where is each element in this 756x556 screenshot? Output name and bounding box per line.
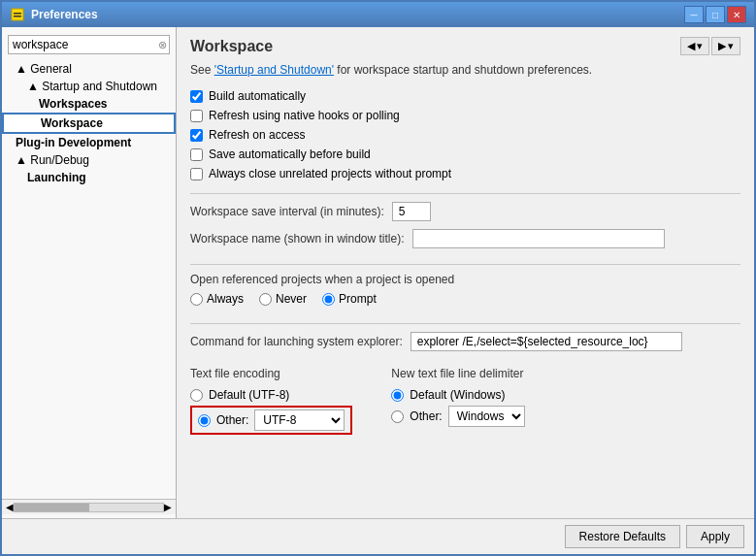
radio-never[interactable] [259,293,272,306]
refresh-native-label: Refresh using native hooks or polling [209,109,400,122]
open-referenced-radios: Always Never Prompt [190,292,740,306]
search-input[interactable] [13,38,158,51]
bottom-bar: Restore Defaults Apply [2,518,754,554]
radio-never-row: Never [259,292,307,306]
scrollbar-track[interactable] [14,503,164,512]
search-clear-icon[interactable]: ⊗ [158,39,167,51]
title-bar: Preferences ─ □ ✕ [2,2,754,27]
build-auto-label: Build automatically [209,89,306,103]
sidebar-item-run-debug[interactable]: ▲ Run/Debug [2,151,176,169]
description: See 'Startup and Shutdown' for workspace… [190,63,740,77]
encoding-other-row: Other: UTF-8 UTF-16 ISO-8859-1 US-ASCII [190,406,352,435]
back-icon: ◀ [687,40,695,52]
delimiter-default-label: Default (Windows) [410,388,505,402]
restore-button[interactable]: □ [706,6,725,23]
build-auto-checkbox[interactable] [190,90,203,103]
checkbox-build-auto: Build automatically [190,88,740,104]
window-title: Preferences [31,8,98,21]
preferences-window: Preferences ─ □ ✕ ⊗ ▲ General ▲ Startup … [0,0,756,556]
svg-rect-2 [14,16,21,17]
main-header: Workspace ◀ ▾ ▶ ▾ [190,37,740,55]
restore-defaults-button[interactable]: Restore Defaults [565,525,680,548]
command-row: Command for launching system explorer: [190,332,740,351]
refresh-access-label: Refresh on access [209,128,305,142]
encoding-default-radio[interactable] [190,389,203,402]
sidebar-item-workspace[interactable]: Workspace [2,113,176,134]
radio-never-label: Never [276,292,307,306]
back-button[interactable]: ◀ ▾ [680,37,709,55]
workspace-name-row: Workspace name (shown in window title): [190,229,740,248]
delimiter-other-radio[interactable] [391,410,404,423]
tree-container: ▲ General ▲ Startup and Shutdown Workspa… [2,60,176,499]
command-input[interactable] [411,332,682,351]
text-encoding-title: Text file encoding [190,367,352,380]
save-before-build-checkbox[interactable] [190,148,203,161]
sidebar-item-plugin-dev[interactable]: Plug-in Development [2,134,176,151]
close-unrelated-label: Always close unrelated projects without … [209,167,451,180]
delimiter-other-row: Other: Windows Unix Mac [391,406,524,427]
radio-prompt-label: Prompt [339,292,377,306]
back-dropdown-icon: ▾ [697,40,703,52]
radio-prompt-row: Prompt [322,292,377,306]
checkbox-refresh-access: Refresh on access [190,127,740,143]
encoding-section: Text file encoding Default (UTF-8) Other… [190,367,740,435]
refresh-native-checkbox[interactable] [190,110,203,122]
forward-dropdown-icon: ▾ [728,40,734,52]
radio-always[interactable] [190,293,203,306]
title-controls: ─ □ ✕ [684,6,746,23]
scroll-left-icon[interactable]: ◀ [6,502,14,512]
save-interval-label: Workspace save interval (in minutes): [190,205,384,218]
close-unrelated-checkbox[interactable] [190,168,203,180]
sidebar-item-workspaces[interactable]: Workspaces [2,95,176,113]
svg-rect-0 [12,9,23,20]
refresh-access-checkbox[interactable] [190,129,203,142]
save-before-build-label: Save automatically before build [209,147,371,161]
expand-arrow: ▲ [16,62,27,76]
radio-always-row: Always [190,292,244,306]
radio-always-label: Always [207,292,244,306]
title-bar-left: Preferences [10,7,98,22]
line-delimiter-group: New text file line delimiter Default (Wi… [391,367,524,435]
close-button[interactable]: ✕ [727,6,746,23]
text-encoding-group: Text file encoding Default (UTF-8) Other… [190,367,352,435]
encoding-other-select[interactable]: UTF-8 UTF-16 ISO-8859-1 US-ASCII [254,409,345,431]
main-content: ⊗ ▲ General ▲ Startup and Shutdown Works… [2,27,754,518]
svg-rect-1 [14,13,21,15]
scroll-right-icon[interactable]: ▶ [164,502,172,512]
separator2 [190,264,740,265]
sidebar-item-launching[interactable]: Launching [2,169,176,186]
checkbox-refresh-native: Refresh using native hooks or polling [190,108,740,123]
checkboxes-section: Build automatically Refresh using native… [190,88,740,185]
scrollbar-thumb [15,504,89,511]
command-label: Command for launching system explorer: [190,335,403,348]
encoding-other-label: Other: [216,413,248,427]
apply-button[interactable]: Apply [686,525,744,548]
save-interval-input[interactable] [392,202,431,221]
window-icon [10,7,25,22]
workspace-name-label: Workspace name (shown in window title): [190,232,405,245]
expand-arrow: ▲ [27,80,39,93]
sidebar-item-startup-shutdown[interactable]: ▲ Startup and Shutdown [2,78,176,95]
encoding-other-radio[interactable] [198,414,211,427]
radio-prompt[interactable] [322,293,335,306]
delimiter-other-select[interactable]: Windows Unix Mac [448,406,525,427]
workspace-name-input[interactable] [412,229,665,248]
startup-shutdown-link[interactable]: 'Startup and Shutdown' [214,63,334,77]
sidebar-item-general[interactable]: ▲ General [2,60,176,78]
delimiter-default-radio[interactable] [391,389,404,402]
main-panel: Workspace ◀ ▾ ▶ ▾ See 'Startup and Shutd… [177,27,754,518]
forward-button[interactable]: ▶ ▾ [711,37,740,55]
save-interval-row: Workspace save interval (in minutes): [190,202,740,221]
encoding-default-row: Default (UTF-8) [190,388,352,402]
separator3 [190,323,740,324]
open-referenced-section: Open referenced projects when a project … [190,273,740,315]
delimiter-other-label: Other: [410,409,442,423]
checkbox-save-before-build: Save automatically before build [190,147,740,162]
sidebar: ⊗ ▲ General ▲ Startup and Shutdown Works… [2,27,177,518]
page-title: Workspace [190,38,273,55]
search-box[interactable]: ⊗ [8,35,170,54]
minimize-button[interactable]: ─ [684,6,704,23]
sidebar-scrollbar[interactable]: ◀ ▶ [2,499,176,514]
expand-arrow: ▲ [16,153,27,167]
forward-icon: ▶ [718,40,726,52]
